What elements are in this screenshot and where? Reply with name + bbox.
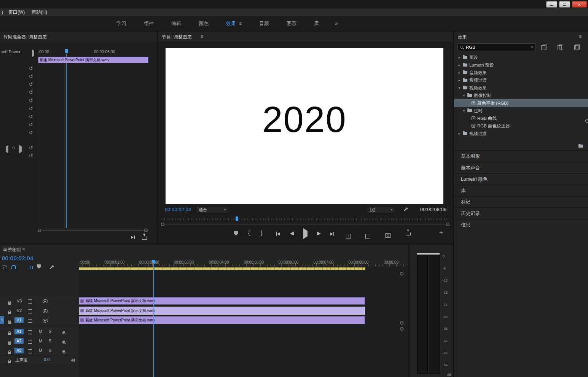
- reset-parameter-icon[interactable]: ↺: [29, 74, 33, 79]
- menu-item-help[interactable]: 帮助(H): [32, 9, 47, 16]
- menu-item-window[interactable]: 窗口(W): [8, 9, 25, 16]
- effects-search-input[interactable]: RGB ×: [457, 43, 536, 51]
- timeline-clip-v3[interactable]: 新建 Microsoft PowerPoint 演示文稿.wmv: [79, 297, 365, 305]
- sync-lock-icon[interactable]: [28, 299, 32, 304]
- master-level-value[interactable]: 0.0: [44, 357, 49, 362]
- timeline-playhead-line[interactable]: [153, 264, 154, 377]
- effects-scrollbar-handle[interactable]: [585, 119, 588, 123]
- settings-wrench-icon[interactable]: [403, 207, 408, 213]
- effects-panel-menu-icon[interactable]: ≡: [579, 34, 582, 39]
- program-zoom-right-handle[interactable]: [446, 223, 449, 226]
- effects-tree-item-obsolete[interactable]: ▾ 过时: [454, 107, 588, 115]
- more-workspaces-icon[interactable]: »: [335, 20, 338, 26]
- add-marker-icon[interactable]: [234, 231, 238, 235]
- sync-lock-icon[interactable]: [28, 349, 32, 353]
- workspace-tab-audio[interactable]: 音频: [250, 20, 278, 27]
- add-marker-icon[interactable]: [37, 264, 41, 269]
- work-area-bar[interactable]: [79, 267, 365, 270]
- nest-sequence-icon[interactable]: [2, 266, 6, 269]
- go-to-in-icon[interactable]: [276, 232, 280, 236]
- eye-icon[interactable]: [43, 299, 48, 303]
- reset-parameter-icon[interactable]: ↺: [29, 90, 33, 95]
- restore-button[interactable]: [559, 1, 570, 8]
- keyframe-nav-icon[interactable]: [71, 358, 75, 362]
- timeline-clip-v2[interactable]: 新建 Microsoft PowerPoint 演示文稿.wmv: [79, 307, 365, 315]
- mute-button[interactable]: M: [39, 339, 42, 343]
- chevron-down-icon[interactable]: ▾: [462, 109, 465, 113]
- lock-icon[interactable]: [8, 342, 11, 345]
- sync-lock-icon[interactable]: [28, 340, 32, 344]
- track-label-a1[interactable]: A1: [14, 329, 24, 334]
- program-panel-menu-icon[interactable]: ≡: [201, 34, 203, 39]
- solo-button[interactable]: S: [49, 348, 51, 353]
- new-custom-bin-icon[interactable]: [578, 145, 583, 148]
- export-icon[interactable]: [142, 237, 147, 240]
- reset-parameter-icon[interactable]: ↺: [29, 98, 33, 103]
- expand-clip-icon[interactable]: [32, 51, 34, 56]
- chevron-right-icon[interactable]: ▸: [458, 132, 461, 135]
- effects-tree-item-rgb-color-corrector[interactable]: RGB 颜色校正器: [454, 122, 588, 130]
- eye-icon[interactable]: [43, 319, 48, 323]
- clear-search-icon[interactable]: ×: [531, 45, 533, 49]
- ec-hscroll-track[interactable]: [40, 230, 145, 231]
- voiceover-mic-icon[interactable]: [63, 350, 65, 353]
- play-icon[interactable]: [303, 231, 308, 236]
- snap-magnet-icon[interactable]: [11, 265, 16, 269]
- workspace-tab-editing[interactable]: 编辑: [163, 20, 190, 27]
- ec-playhead-line[interactable]: [66, 54, 67, 228]
- workspace-tab-learning[interactable]: 学习: [108, 20, 135, 27]
- go-to-out-icon[interactable]: [330, 232, 334, 236]
- timeline-panel-menu-icon[interactable]: ≡: [22, 247, 25, 252]
- linked-selection-icon[interactable]: [28, 266, 33, 269]
- comparison-view-icon[interactable]: [406, 232, 411, 235]
- workspace-tab-graphics[interactable]: 图形: [278, 20, 305, 27]
- chevron-down-icon[interactable]: ▾: [462, 94, 465, 97]
- panel-tab-info[interactable]: 信息: [454, 219, 588, 229]
- solo-button[interactable]: S: [49, 339, 51, 343]
- reset-parameter-icon[interactable]: ↺: [29, 66, 33, 71]
- lock-icon[interactable]: [8, 333, 11, 335]
- reset-parameter-icon[interactable]: ↺: [29, 130, 33, 135]
- program-panel-title[interactable]: 节目: 调整图层: [162, 34, 192, 40]
- zoom-level-dropdown[interactable]: 适合▾: [196, 206, 228, 213]
- workspace-tab-color[interactable]: 颜色: [190, 20, 217, 27]
- keyframe-next-icon[interactable]: [19, 146, 22, 152]
- sync-lock-icon[interactable]: [28, 309, 32, 313]
- lock-icon[interactable]: [8, 312, 11, 314]
- play-around-button[interactable]: [131, 235, 135, 239]
- timeline-settings-wrench-icon[interactable]: [49, 264, 54, 270]
- step-forward-icon[interactable]: [317, 232, 321, 235]
- panel-tab-markers[interactable]: 标记: [454, 196, 588, 207]
- ec-hscroll-left-handle[interactable]: [38, 229, 41, 232]
- effects-tree-item-presets[interactable]: ▸ 预设: [454, 54, 588, 61]
- mark-in-icon[interactable]: {: [248, 230, 250, 236]
- panel-tab-essential-sound[interactable]: 基本声音: [454, 162, 588, 172]
- effects-tree-item-lumetri-presets[interactable]: ▸ Lumetri 预设: [454, 61, 588, 69]
- track-label-a3[interactable]: A3: [14, 348, 24, 353]
- close-button[interactable]: ×: [572, 1, 587, 8]
- program-scrubber[interactable]: [162, 218, 449, 220]
- minimize-button[interactable]: [546, 1, 557, 8]
- 32bpc-effects-filter-icon[interactable]: [558, 45, 562, 50]
- button-editor-icon[interactable]: +: [439, 229, 443, 237]
- track-label-v1[interactable]: V1: [14, 317, 24, 323]
- source-patch-v1[interactable]: 1: [0, 316, 4, 324]
- extract-icon[interactable]: ↓: [365, 234, 370, 239]
- program-zoom-scroll-track[interactable]: [164, 224, 447, 224]
- export-frame-icon[interactable]: [385, 233, 391, 238]
- lock-icon[interactable]: [8, 302, 11, 305]
- effects-tree-item-audio-effects[interactable]: ▸ 音频效果: [454, 69, 588, 76]
- workspace-tab-assembly[interactable]: 组件: [135, 20, 163, 27]
- keyframe-previous-icon[interactable]: [6, 146, 8, 152]
- effects-tree-item-image-control[interactable]: ▾ 图像控制: [454, 92, 588, 99]
- timeline-scroll-handle[interactable]: [400, 321, 403, 325]
- effects-tree-item-rgb-curves[interactable]: RGB 曲线: [454, 115, 588, 122]
- program-position-timecode[interactable]: 00:00:02:04: [165, 207, 191, 212]
- accelerated-effects-filter-icon[interactable]: [541, 45, 545, 50]
- panel-tab-essential-graphics[interactable]: 基本图形: [454, 150, 588, 161]
- track-label-v3[interactable]: V3: [17, 299, 22, 303]
- clip-mixer-panel-title[interactable]: 剪辑混合器: 调整图层: [3, 34, 47, 40]
- truncated-menu-item[interactable]: ): [2, 10, 3, 15]
- track-label-v2[interactable]: V2: [17, 308, 22, 313]
- add-keyframe-icon[interactable]: ◇: [12, 145, 15, 150]
